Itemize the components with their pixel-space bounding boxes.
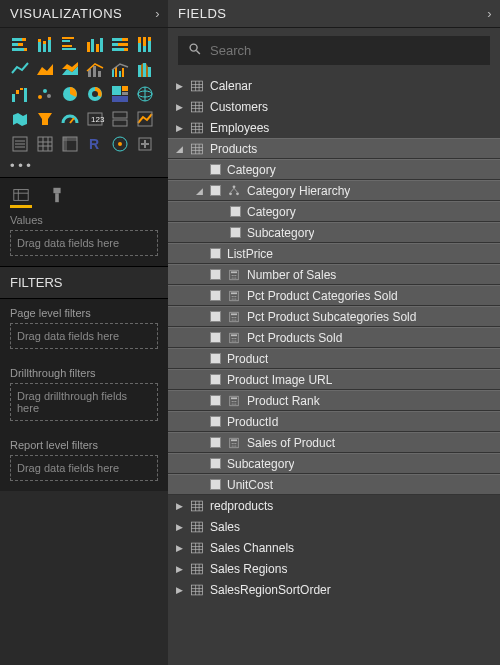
import-visual-icon[interactable]: [135, 134, 155, 154]
tree-table-row[interactable]: ▶ Customers: [168, 96, 500, 117]
search-input[interactable]: [210, 43, 480, 58]
multirow-card-icon[interactable]: [110, 109, 130, 129]
field-checkbox[interactable]: [210, 479, 221, 490]
svg-rect-18: [96, 44, 99, 52]
tree-field-row[interactable]: Sales of Product: [168, 432, 500, 453]
card-icon[interactable]: 123: [85, 109, 105, 129]
slicer-icon[interactable]: [10, 134, 30, 154]
tree-table-row[interactable]: ◢ Products: [168, 138, 500, 159]
tree-field-row[interactable]: Subcategory: [168, 222, 500, 243]
filter-dropzone[interactable]: Drag data fields here: [10, 323, 158, 349]
field-checkbox[interactable]: [210, 437, 221, 448]
tree-caret-icon[interactable]: ▶: [174, 81, 184, 91]
svg-rect-93: [55, 193, 59, 202]
arcgis-icon[interactable]: [110, 134, 130, 154]
r-visual-icon[interactable]: R: [85, 134, 105, 154]
tree-table-row[interactable]: ▶ Employees: [168, 117, 500, 138]
field-checkbox[interactable]: [230, 206, 241, 217]
stacked-bar-icon[interactable]: [10, 34, 30, 54]
filter-dropzone[interactable]: Drag data fields here: [10, 455, 158, 481]
matrix-icon[interactable]: [60, 134, 80, 154]
field-checkbox[interactable]: [210, 374, 221, 385]
field-checkbox[interactable]: [230, 227, 241, 238]
field-checkbox[interactable]: [210, 353, 221, 364]
tree-table-row[interactable]: ▶ SalesRegionSortOrder: [168, 579, 500, 600]
stacked-column-icon[interactable]: [35, 34, 55, 54]
tree-caret-icon[interactable]: ◢: [194, 186, 204, 196]
svg-point-148: [233, 338, 234, 339]
tree-field-row[interactable]: ProductId: [168, 411, 500, 432]
area-chart-icon[interactable]: [35, 59, 55, 79]
tree-caret-icon[interactable]: ◢: [174, 144, 184, 154]
line-stacked-column-icon[interactable]: [85, 59, 105, 79]
tree-caret-icon[interactable]: ▶: [174, 564, 184, 574]
tree-field-row[interactable]: Product Image URL: [168, 369, 500, 390]
tree-caret-icon[interactable]: ▶: [174, 522, 184, 532]
line-chart-icon[interactable]: [10, 59, 30, 79]
map-icon[interactable]: [135, 84, 155, 104]
waterfall-icon[interactable]: [10, 84, 30, 104]
table-icon[interactable]: [35, 134, 55, 154]
tree-caret-icon[interactable]: ▶: [174, 102, 184, 112]
tree-field-row[interactable]: Pct Products Sold: [168, 327, 500, 348]
tree-field-row[interactable]: Product: [168, 348, 500, 369]
scatter-icon[interactable]: [35, 84, 55, 104]
field-checkbox[interactable]: [210, 290, 221, 301]
tree-field-row[interactable]: Product Rank: [168, 390, 500, 411]
filled-map-icon[interactable]: [10, 109, 30, 129]
svg-rect-3: [18, 43, 23, 46]
search-box[interactable]: [178, 36, 490, 65]
chevron-right-icon[interactable]: ›: [487, 6, 492, 21]
tree-field-row[interactable]: Subcategory: [168, 453, 500, 474]
tree-field-row[interactable]: Category: [168, 201, 500, 222]
gauge-icon[interactable]: [60, 109, 80, 129]
tree-caret-icon[interactable]: ▶: [174, 123, 184, 133]
tree-row-label: ListPrice: [227, 247, 273, 261]
tree-caret-icon[interactable]: ▶: [174, 585, 184, 595]
tree-field-row[interactable]: Number of Sales: [168, 264, 500, 285]
field-checkbox[interactable]: [210, 458, 221, 469]
pie-icon[interactable]: [60, 84, 80, 104]
fields-tab[interactable]: [10, 184, 32, 208]
chevron-right-icon[interactable]: ›: [155, 6, 160, 21]
stacked-area-icon[interactable]: [60, 59, 80, 79]
calc-icon: [227, 394, 241, 408]
more-visuals-icon[interactable]: • • •: [0, 158, 168, 177]
filter-dropzone[interactable]: Drag drillthrough fields here: [10, 383, 158, 421]
clustered-column-icon[interactable]: [85, 34, 105, 54]
hundred-bar-icon[interactable]: [110, 34, 130, 54]
tree-field-row[interactable]: Pct Product Subcategories Sold: [168, 306, 500, 327]
field-checkbox[interactable]: [210, 185, 221, 196]
hundred-column-icon[interactable]: [135, 34, 155, 54]
tree-field-row[interactable]: ◢ Category Hierarchy: [168, 180, 500, 201]
tree-table-row[interactable]: ▶ Sales: [168, 516, 500, 537]
field-checkbox[interactable]: [210, 416, 221, 427]
tree-table-row[interactable]: ▶ Sales Regions: [168, 558, 500, 579]
treemap-icon[interactable]: [110, 84, 130, 104]
tree-caret-icon[interactable]: ▶: [174, 543, 184, 553]
tree-caret-icon[interactable]: ▶: [174, 501, 184, 511]
ribbon-chart-icon[interactable]: [135, 59, 155, 79]
format-tab[interactable]: [46, 184, 68, 208]
tree-field-row[interactable]: Category: [168, 159, 500, 180]
values-dropzone[interactable]: Drag data fields here: [10, 230, 158, 256]
field-checkbox[interactable]: [210, 311, 221, 322]
field-checkbox[interactable]: [210, 269, 221, 280]
tree-field-row[interactable]: ListPrice: [168, 243, 500, 264]
tree-field-row[interactable]: Pct Product Categories Sold: [168, 285, 500, 306]
svg-point-159: [233, 403, 234, 404]
tree-row-label: UnitCost: [227, 478, 273, 492]
tree-field-row[interactable]: UnitCost: [168, 474, 500, 495]
tree-table-row[interactable]: ▶ Sales Channels: [168, 537, 500, 558]
line-clustered-column-icon[interactable]: [110, 59, 130, 79]
donut-icon[interactable]: [85, 84, 105, 104]
funnel-icon[interactable]: [35, 109, 55, 129]
field-checkbox[interactable]: [210, 332, 221, 343]
field-checkbox[interactable]: [210, 248, 221, 259]
field-checkbox[interactable]: [210, 164, 221, 175]
field-checkbox[interactable]: [210, 395, 221, 406]
tree-table-row[interactable]: ▶ Calenar: [168, 75, 500, 96]
tree-table-row[interactable]: ▶ redproducts: [168, 495, 500, 516]
kpi-icon[interactable]: [135, 109, 155, 129]
clustered-bar-icon[interactable]: [60, 34, 80, 54]
